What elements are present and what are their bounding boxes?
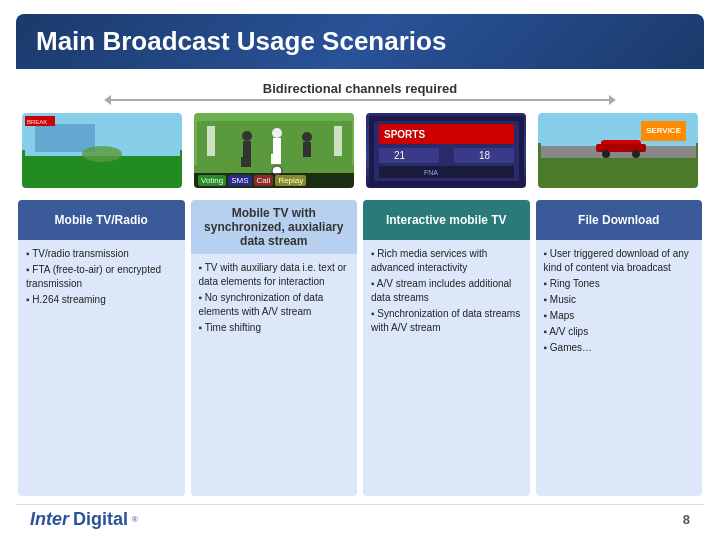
list-item: Rich media services with advanced intera… bbox=[371, 246, 522, 276]
svg-text:FNA: FNA bbox=[424, 169, 438, 176]
slide-title: Main Broadcast Usage Scenarios bbox=[36, 26, 446, 56]
list-item: User triggered download of any kind of c… bbox=[544, 246, 695, 276]
racing-svg: SERVICE bbox=[541, 116, 696, 186]
image-landscape: News BREAK bbox=[22, 113, 182, 188]
col-mobile-tv-sync: Mobile TV with synchronized, auxialiary … bbox=[191, 200, 358, 496]
landscape-svg: News BREAK bbox=[25, 116, 180, 186]
slide-container: Main Broadcast Usage Scenarios Bidirecti… bbox=[0, 0, 720, 540]
col-body-mobile-tv-radio: TV/radio transmission FTA (free-to-air) … bbox=[18, 240, 185, 496]
list-item: A/V clips bbox=[544, 324, 695, 340]
svg-rect-15 bbox=[273, 138, 281, 154]
svg-text:18: 18 bbox=[479, 150, 491, 161]
svg-rect-35 bbox=[596, 144, 646, 152]
list-item: TV with auxiliary data i.e. text or data… bbox=[199, 260, 350, 290]
bidi-arrow bbox=[8, 97, 712, 103]
svg-text:SPORTS: SPORTS bbox=[384, 129, 425, 140]
svg-text:SERVICE: SERVICE bbox=[646, 126, 682, 135]
footer: InterDigital® 8 bbox=[16, 504, 704, 534]
soccer-svg bbox=[197, 121, 352, 181]
list-item: Games… bbox=[544, 340, 695, 356]
page-number: 8 bbox=[683, 512, 690, 527]
col-body-file-download: User triggered download of any kind of c… bbox=[536, 240, 703, 496]
list-item: Music bbox=[544, 292, 695, 308]
main-grid: Mobile TV/Radio TV/radio transmission FT… bbox=[8, 196, 712, 500]
bidi-banner: Bidirectional channels required bbox=[8, 73, 712, 105]
col-header-interactive-mobile-tv: Interactive mobile TV bbox=[363, 200, 530, 240]
svg-rect-13 bbox=[246, 157, 251, 167]
svg-rect-8 bbox=[207, 126, 215, 156]
svg-rect-17 bbox=[276, 154, 281, 164]
col-header-file-download: File Download bbox=[536, 200, 703, 240]
voting-bar: Voting SMS Call Replay bbox=[194, 173, 354, 188]
col-interactive-mobile-tv: Interactive mobile TV Rich media service… bbox=[363, 200, 530, 496]
voting-btn-sms: SMS bbox=[228, 175, 251, 186]
image-soccer: Voting SMS Call Replay bbox=[194, 113, 354, 188]
col-file-download: File Download User triggered download of… bbox=[536, 200, 703, 496]
svg-rect-9 bbox=[334, 126, 342, 156]
logo-digital: Digital bbox=[73, 509, 128, 530]
svg-point-36 bbox=[602, 150, 610, 158]
slide-header: Main Broadcast Usage Scenarios bbox=[16, 14, 704, 69]
col-header-mobile-tv-radio: Mobile TV/Radio bbox=[18, 200, 185, 240]
list-item: FTA (free-to-air) or encrypted transmiss… bbox=[26, 262, 177, 292]
images-row: News BREAK bbox=[8, 109, 712, 192]
svg-point-37 bbox=[632, 150, 640, 158]
list-item: Time shifting bbox=[199, 320, 350, 336]
logo-area: InterDigital® bbox=[30, 509, 138, 530]
bidi-label: Bidirectional channels required bbox=[263, 81, 457, 96]
image-sports-score: SPORTS 21 18 FNA bbox=[366, 113, 526, 188]
list-item: Ring Tones bbox=[544, 276, 695, 292]
svg-rect-19 bbox=[303, 142, 311, 157]
voting-btn-call: Call bbox=[254, 175, 274, 186]
col-mobile-tv-radio: Mobile TV/Radio TV/radio transmission FT… bbox=[18, 200, 185, 496]
svg-point-6 bbox=[82, 146, 122, 162]
col-header-mobile-tv-sync: Mobile TV with synchronized, auxialiary … bbox=[191, 200, 358, 254]
list-item: No synchronization of data elements with… bbox=[199, 290, 350, 320]
svg-rect-25 bbox=[379, 148, 439, 163]
svg-rect-11 bbox=[243, 141, 251, 157]
list-item: A/V stream includes additional data stre… bbox=[371, 276, 522, 306]
voting-btn-replay: Replay bbox=[275, 175, 306, 186]
svg-point-10 bbox=[242, 131, 252, 141]
list-item: Maps bbox=[544, 308, 695, 324]
svg-text:BREAK: BREAK bbox=[27, 119, 47, 125]
svg-rect-29 bbox=[379, 166, 514, 178]
voting-btn-voting: Voting bbox=[198, 175, 226, 186]
svg-point-14 bbox=[272, 128, 282, 138]
logo-trademark: ® bbox=[132, 515, 138, 524]
svg-point-18 bbox=[302, 132, 312, 142]
list-item: Synchronization of data streams with A/V… bbox=[371, 306, 522, 336]
svg-rect-16 bbox=[271, 154, 276, 164]
sports-score-svg: SPORTS 21 18 FNA bbox=[369, 116, 524, 186]
col-body-interactive-mobile-tv: Rich media services with advanced intera… bbox=[363, 240, 530, 496]
svg-text:21: 21 bbox=[394, 150, 406, 161]
svg-rect-2 bbox=[35, 124, 95, 152]
logo-inter: Inter bbox=[30, 509, 69, 530]
col-body-mobile-tv-sync: TV with auxiliary data i.e. text or data… bbox=[191, 254, 358, 496]
bidi-arrow-line bbox=[110, 99, 610, 101]
list-item: H.264 streaming bbox=[26, 292, 177, 308]
list-item: TV/radio transmission bbox=[26, 246, 177, 262]
svg-rect-12 bbox=[241, 157, 246, 167]
image-racing: SERVICE bbox=[538, 113, 698, 188]
